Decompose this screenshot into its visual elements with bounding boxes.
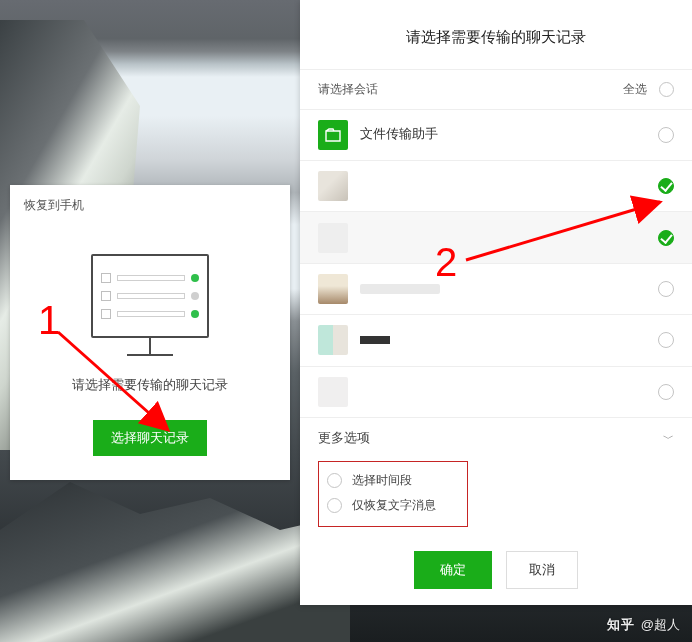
conversation-row[interactable] <box>300 263 692 314</box>
restore-panel-subtitle: 请选择需要传输的聊天记录 <box>72 376 228 394</box>
option-label: 仅恢复文字消息 <box>352 497 436 514</box>
header-label: 请选择会话 <box>318 81 378 98</box>
select-all-label: 全选 <box>623 81 647 98</box>
conversation-row[interactable] <box>300 160 692 211</box>
select-records-dialog: 请选择需要传输的聊天记录 请选择会话 全选 文件传输助手 <box>300 0 692 605</box>
conversation-radio[interactable] <box>658 281 674 297</box>
zhihu-watermark: 知乎 @超人 <box>607 616 680 634</box>
conversation-name <box>360 333 390 347</box>
avatar-icon <box>318 171 348 201</box>
chevron-down-icon: ﹀ <box>663 431 674 446</box>
conversation-radio[interactable] <box>658 127 674 143</box>
conversation-header: 请选择会话 全选 <box>300 69 692 109</box>
annotation-number-2: 2 <box>435 240 457 285</box>
more-options-header[interactable]: 更多选项 ﹀ <box>300 417 692 455</box>
cancel-button[interactable]: 取消 <box>506 551 578 589</box>
conversation-radio[interactable] <box>658 230 674 246</box>
option-radio[interactable] <box>327 498 342 513</box>
restore-panel-title: 恢复到手机 <box>24 197 84 214</box>
option-radio[interactable] <box>327 473 342 488</box>
monitor-screen <box>91 254 209 338</box>
conversation-name: 文件传输助手 <box>360 126 438 143</box>
conversation-row[interactable] <box>300 314 692 365</box>
option-time-range[interactable]: 选择时间段 <box>327 468 459 493</box>
conversation-row[interactable] <box>300 211 692 262</box>
more-options-label: 更多选项 <box>318 430 370 447</box>
conversation-radio[interactable] <box>658 384 674 400</box>
option-label: 选择时间段 <box>352 472 412 489</box>
dialog-button-row: 确定 取消 <box>300 533 692 605</box>
avatar-icon <box>318 325 348 355</box>
file-transfer-icon <box>318 120 348 150</box>
option-text-only[interactable]: 仅恢复文字消息 <box>327 493 459 518</box>
more-options-body: 选择时间段 仅恢复文字消息 <box>300 455 692 533</box>
zhihu-logo-text: 知乎 <box>607 616 635 634</box>
conversation-row[interactable]: 文件传输助手 <box>300 109 692 160</box>
select-all-radio[interactable] <box>659 82 674 97</box>
conversation-radio[interactable] <box>658 332 674 348</box>
monitor-illustration <box>85 254 215 356</box>
avatar-icon <box>318 274 348 304</box>
avatar-icon <box>318 377 348 407</box>
conversation-name <box>360 284 440 294</box>
annotation-highlight-box: 选择时间段 仅恢复文字消息 <box>318 461 468 527</box>
zhihu-user: @超人 <box>641 616 680 634</box>
select-chat-records-button[interactable]: 选择聊天记录 <box>93 420 207 456</box>
annotation-number-1: 1 <box>38 298 60 343</box>
conversation-radio[interactable] <box>658 178 674 194</box>
dialog-title: 请选择需要传输的聊天记录 <box>300 0 692 69</box>
ok-button[interactable]: 确定 <box>414 551 492 589</box>
conversation-row[interactable] <box>300 366 692 417</box>
avatar-icon <box>318 223 348 253</box>
